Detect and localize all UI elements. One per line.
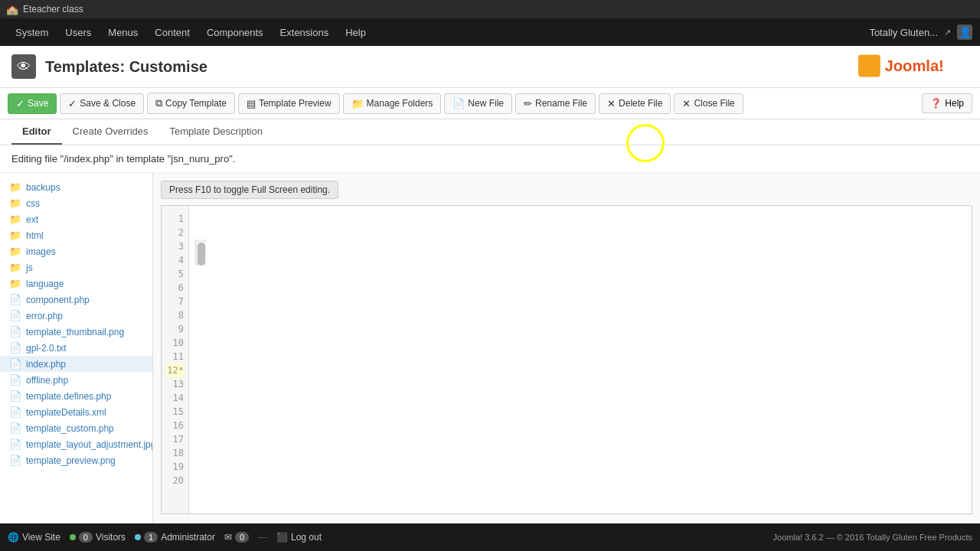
content-wrapper: 📁 backups 📁 css 📁 ext 📁 html 📁 images 📁 … — [0, 173, 980, 522]
line-num: 16 — [166, 419, 184, 432]
user-icon[interactable]: 👤 — [957, 24, 972, 40]
help-icon: ❓ — [930, 98, 942, 109]
preview-icon: ▤ — [247, 98, 256, 109]
sidebar-item-index-php[interactable]: 📄 index.php — [0, 356, 152, 372]
page-icon: 👁 — [11, 54, 36, 79]
sidebar-item-ext[interactable]: 📁 ext — [0, 211, 152, 227]
nav-users[interactable]: Users — [57, 24, 99, 41]
external-link-icon: ↗ — [944, 28, 951, 37]
nav-system[interactable]: System — [8, 24, 56, 41]
rename-icon: ✏ — [524, 98, 532, 109]
favicon-icon: 🏫 — [6, 3, 18, 15]
copy-template-button[interactable]: ⧉ Copy Template — [147, 93, 235, 114]
file-icon: 📄 — [9, 310, 21, 321]
copy-icon: ⧉ — [155, 97, 162, 109]
nav-help[interactable]: Help — [338, 24, 374, 41]
folder-icon: 📁 — [9, 262, 21, 273]
line-num: 12* — [166, 364, 184, 377]
title-bar: 🏫 Eteacher class — [0, 0, 980, 18]
sidebar-item-template-custom[interactable]: 📄 template_custom.php — [0, 420, 152, 436]
info-bar: Editing file "/index.php" in template "j… — [0, 145, 980, 173]
sidebar-item-backups[interactable]: 📁 backups — [0, 179, 152, 195]
line-num: 4 — [166, 253, 184, 267]
sub-tabs: Editor Create Overrides Template Descrip… — [0, 119, 980, 145]
sidebar-item-gpl[interactable]: 📄 gpl-2.0.txt — [0, 340, 152, 356]
sidebar-item-html[interactable]: 📁 html — [0, 227, 152, 243]
sidebar: 📁 backups 📁 css 📁 ext 📁 html 📁 images 📁 … — [0, 173, 153, 522]
sidebar-item-template-layout[interactable]: 📄 template_layout_adjustment.jpg — [0, 436, 152, 452]
folder-icon: 📁 — [9, 197, 21, 209]
line-num: 11 — [166, 350, 184, 364]
folder-icon: 📁 — [9, 230, 21, 241]
save-button[interactable]: ✓ Save — [8, 93, 57, 114]
window-title: Eteacher class — [23, 4, 83, 15]
editing-info: Editing file "/index.php" in template "j… — [11, 153, 235, 165]
sidebar-item-offline-php[interactable]: 📄 offline.php — [0, 372, 152, 388]
close-icon: ✕ — [682, 98, 691, 109]
template-preview-button[interactable]: ▤ Template Preview — [238, 93, 340, 114]
scrollbar[interactable] — [195, 240, 206, 266]
site-name[interactable]: Totally Gluten... — [869, 27, 938, 38]
close-file-button[interactable]: ✕ Close File — [674, 93, 743, 114]
file-icon: 📄 — [9, 374, 21, 386]
folder-icon: 📁 — [9, 214, 21, 225]
toolbar: ✓ Save ✓ Save & Close ⧉ Copy Template ▤ … — [0, 88, 980, 119]
file-icon: 📄 — [9, 326, 21, 337]
nav-components[interactable]: Components — [199, 24, 271, 41]
sidebar-item-css[interactable]: 📁 css — [0, 195, 152, 211]
sidebar-item-template-details[interactable]: 📄 templateDetails.xml — [0, 404, 152, 420]
save-close-icon: ✓ — [68, 98, 77, 109]
line-num: 14 — [166, 391, 184, 405]
joomla-logo: Joomla! — [858, 52, 969, 82]
save-icon: ✓ — [16, 98, 24, 109]
line-num: 5 — [166, 267, 184, 281]
folder-icon: 📁 — [9, 181, 21, 193]
save-close-button[interactable]: ✓ Save & Close — [60, 93, 144, 114]
file-icon: 📄 — [9, 294, 21, 305]
line-num: 18 — [166, 446, 184, 460]
line-num: 17 — [166, 432, 184, 446]
line-num: 10 — [166, 336, 184, 350]
code-content[interactable] — [189, 206, 972, 514]
sidebar-item-js[interactable]: 📁 js — [0, 259, 152, 276]
nav-menus[interactable]: Menus — [100, 24, 145, 41]
sidebar-item-template-preview[interactable]: 📄 template_preview.png — [0, 452, 152, 468]
sidebar-item-template-defines[interactable]: 📄 template.defines.php — [0, 388, 152, 404]
header: 👁 Templates: Customise Joomla! — [0, 46, 980, 88]
sidebar-item-language[interactable]: 📁 language — [0, 276, 152, 292]
folder-icon: 📁 — [9, 246, 21, 257]
code-editor[interactable]: 1 2 3 4 5 6 7 8 9 10 11 12* 13 14 15 16 … — [161, 205, 972, 514]
line-num: 7 — [166, 295, 184, 308]
sidebar-item-error-php[interactable]: 📄 error.php — [0, 308, 152, 324]
line-num: 1 — [166, 212, 184, 226]
tab-template-description[interactable]: Template Description — [159, 119, 273, 145]
rename-file-button[interactable]: ✏ Rename File — [515, 93, 596, 114]
line-numbers: 1 2 3 4 5 6 7 8 9 10 11 12* 13 14 15 16 … — [162, 206, 189, 514]
tab-create-overrides[interactable]: Create Overrides — [62, 119, 159, 145]
help-button[interactable]: ❓ Help — [922, 93, 972, 113]
svg-text:Joomla!: Joomla! — [885, 57, 944, 74]
line-num: 20 — [166, 474, 184, 487]
delete-file-button[interactable]: ✕ Delete File — [599, 93, 671, 114]
editor-area: Press F10 to toggle Full Screen editing.… — [153, 173, 980, 522]
line-num: 3 — [166, 240, 184, 253]
nav-content[interactable]: Content — [147, 24, 198, 41]
sidebar-item-component-php[interactable]: 📄 component.php — [0, 292, 152, 308]
folder-icon: 📁 — [9, 278, 21, 289]
file-icon: 📄 — [9, 422, 21, 434]
manage-folders-button[interactable]: 📁 Manage Folders — [343, 93, 442, 114]
new-file-button[interactable]: 📄 New File — [444, 93, 512, 114]
file-icon: 📄 — [9, 390, 21, 402]
line-num: 6 — [166, 281, 184, 295]
line-num: 8 — [166, 308, 184, 322]
scrollbar-thumb[interactable] — [198, 243, 205, 266]
delete-icon: ✕ — [607, 98, 616, 109]
line-num: 2 — [166, 226, 184, 240]
svg-rect-0 — [858, 54, 880, 77]
line-num: 13 — [166, 377, 184, 391]
sidebar-item-images[interactable]: 📁 images — [0, 243, 152, 259]
tab-editor[interactable]: Editor — [11, 119, 62, 145]
page-title: Templates: Customise — [45, 58, 207, 76]
nav-extensions[interactable]: Extensions — [273, 24, 337, 41]
sidebar-item-template-thumbnail[interactable]: 📄 template_thumbnail.png — [0, 324, 152, 340]
